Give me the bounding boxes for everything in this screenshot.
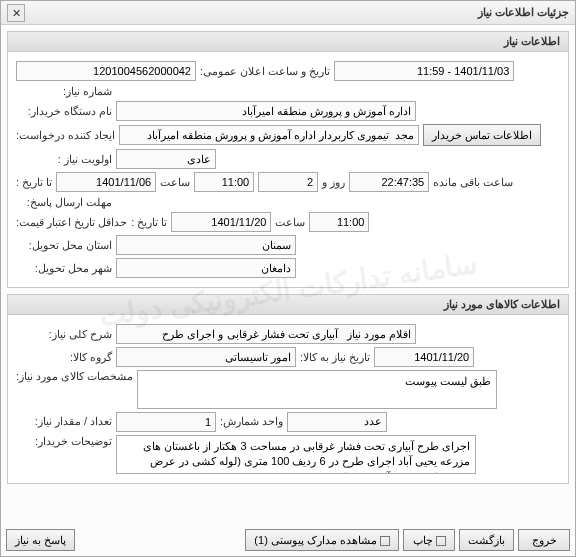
qty-field (116, 412, 216, 432)
priority-label: اولویت نیاز : (16, 153, 112, 166)
reply-time-field (194, 172, 254, 192)
qty-label: تعداد / مقدار نیاز: (16, 415, 112, 428)
price-time-field (309, 212, 369, 232)
view-attachments-button[interactable]: مشاهده مدارک پیوستی (1) (245, 529, 399, 551)
price-until-label: تا تاریخ : (131, 216, 167, 229)
contact-buyer-button[interactable]: اطلاعات تماس خریدار (423, 124, 541, 146)
delivery-province-field (116, 235, 296, 255)
footer-toolbar: خروج بازگشت چاپ مشاهده مدارک پیوستی (1) … (6, 529, 570, 551)
need-info-body: تاریخ و ساعت اعلان عمومی: شماره نیاز: نا… (8, 52, 568, 287)
window-title: جزئیات اطلاعات نیاز (478, 6, 569, 19)
goods-group-field (116, 347, 296, 367)
close-icon[interactable]: ✕ (7, 4, 25, 22)
need-details-window: جزئیات اطلاعات نیاز ✕ اطلاعات نیاز تاریخ… (0, 0, 576, 557)
public-announce-label: تاریخ و ساعت اعلان عمومی: (200, 65, 330, 78)
remaining-suffix-label: ساعت باقی مانده (433, 176, 513, 189)
delivery-city-field (116, 258, 296, 278)
reply-deadline-label: مهلت ارسال پاسخ: (16, 196, 112, 209)
buyer-notes-field: اجرای طرح آبیاری تحت فشار غرقابی در مساح… (116, 435, 476, 474)
need-number-label: شماره نیاز: (16, 85, 112, 98)
delivery-province-label: استان محل تحویل: (16, 239, 112, 252)
need-number-field (16, 61, 196, 81)
print-button[interactable]: چاپ (403, 529, 455, 551)
general-desc-label: شرح کلی نیاز: (16, 328, 112, 341)
goods-info-section: اطلاعات کالاهای مورد نیاز شرح کلی نیاز: … (7, 294, 569, 484)
reply-date-field (56, 172, 156, 192)
price-validity-label: حداقل تاریخ اعتبار قیمت: (16, 216, 127, 229)
unit-label: واحد شمارش: (220, 415, 283, 428)
goods-spec-field: طبق لیست پیوست (137, 370, 497, 409)
remaining-days-field (258, 172, 318, 192)
requester-field (119, 125, 419, 145)
goods-spec-label: مشخصات کالای مورد نیاز: (16, 370, 133, 383)
delivery-city-label: شهر محل تحویل: (16, 262, 112, 275)
exit-button[interactable]: خروج (518, 529, 570, 551)
unit-field (287, 412, 387, 432)
back-button[interactable]: بازگشت (459, 529, 514, 551)
section-header-need-info: اطلاعات نیاز (8, 32, 568, 52)
section-header-goods: اطلاعات کالاهای مورد نیاز (8, 295, 568, 315)
goods-group-label: گروه کالا: (16, 351, 112, 364)
need-date-label: تاریخ نیاز به کالا: (300, 351, 370, 364)
reply-time-label: ساعت (160, 176, 190, 189)
remaining-time-field (349, 172, 429, 192)
view-attachments-label: مشاهده مدارک پیوستی (1) (254, 534, 377, 546)
need-date-field (374, 347, 474, 367)
buyer-name-label: نام دستگاه خریدار: (16, 105, 112, 118)
public-announce-field (334, 61, 514, 81)
goods-info-body: شرح کلی نیاز: تاریخ نیاز به کالا: گروه ک… (8, 315, 568, 483)
days-suffix-label: روز و (322, 176, 345, 189)
reply-to-need-button[interactable]: پاسخ به نیاز (6, 529, 75, 551)
need-info-section: اطلاعات نیاز تاریخ و ساعت اعلان عمومی: ش… (7, 31, 569, 288)
titlebar: جزئیات اطلاعات نیاز ✕ (1, 1, 575, 25)
price-date-field (171, 212, 271, 232)
general-desc-field (116, 324, 416, 344)
buyer-notes-label: توضیحات خریدار: (16, 435, 112, 448)
price-time-label: ساعت (275, 216, 305, 229)
priority-field (116, 149, 216, 169)
requester-label: ایجاد کننده درخواست: (16, 129, 115, 142)
buyer-name-field (116, 101, 416, 121)
attachment-icon (380, 536, 390, 546)
print-icon (436, 536, 446, 546)
reply-until-label: تا تاریخ : (16, 176, 52, 189)
print-button-label: چاپ (413, 534, 433, 546)
